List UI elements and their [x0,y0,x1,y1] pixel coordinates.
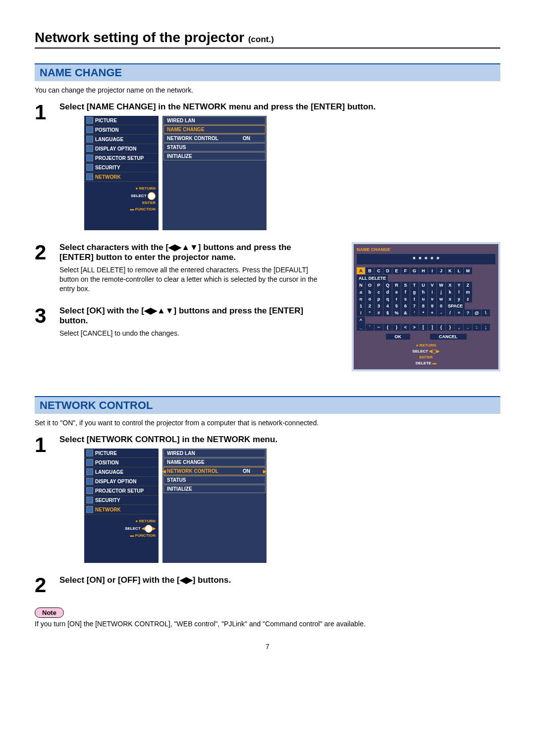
sidebar-item: SECURITY [84,163,159,172]
title-cont: (cont.) [248,35,274,44]
kb-key-selected: A [357,267,365,274]
kb-space: SPACE [446,302,465,309]
sidebar-item: PROJECTOR SETUP [84,486,159,496]
title-main: Network setting of the projector [35,30,244,45]
menu-icon [86,450,93,456]
panel-item-selected: NAME CHANGE [163,125,266,134]
kb-row: abcdefghijklm [357,289,495,296]
menu-icon [86,126,93,133]
menu-icon [86,154,93,161]
sidebar-item: POSITION [84,458,159,467]
page: Network setting of the projector (cont.)… [0,0,535,670]
menu-icon [86,497,93,504]
panel-item-selected: ◀NETWORK CONTROLON▶ [163,467,266,475]
sidebar-item: PROJECTOR SETUP [84,153,159,163]
kb-row: NOPQRSTUVWXYZ [357,282,495,289]
panel-item: STATUS [163,143,266,151]
dpad-icon [148,192,156,200]
sidebar-hints: ● RETURN SELECT ◀▶ ▬ FUNCTION [84,514,159,543]
step-title: Select [ON] or [OFF] with the [◀▶] butto… [59,575,500,585]
sidebar-item: LANGUAGE [84,467,159,477]
panel-item: NETWORK CONTROLON [163,134,266,143]
section-header-network-control: NETWORK CONTROL [35,396,500,414]
step-number: 2 [35,242,59,263]
step-subtext: Select [ALL DELETE] to remove all the en… [59,265,327,294]
menu-icon [86,506,93,513]
note-block: Note If you turn [ON] the [NETWORK CONTR… [35,607,500,628]
step-title: Select [OK] with the [◀▶▲▼] buttons and … [59,305,327,326]
step-number: 3 [35,305,59,326]
menu-icon [86,145,93,152]
menu-right-panel: WIRED LAN NAME CHANGE NETWORK CONTROLON … [162,116,267,230]
panel-item: WIRED LAN [163,116,266,125]
panel-item: INITIALIZE [163,152,266,160]
on-value: ON [243,468,250,474]
sidebar-item: SECURITY [84,496,159,505]
panel-item: STATUS [163,476,266,484]
sidebar-item: PICTURE [84,116,159,125]
panel-item: WIRED LAN [163,449,266,457]
menu-sidebar: PICTURE POSITION LANGUAGE DISPLAY OPTION… [84,449,159,563]
step-number: 2 [35,575,59,596]
kb-row: !"#$%&'*+-/=?@\^ [357,309,495,324]
kb-ok: OK [386,334,411,340]
page-title: Network setting of the projector (cont.) [35,30,500,49]
kb-row: 1234567890 SPACE [357,302,495,309]
sidebar-hints: ● RETURN SELECT ENTER ▬ FUNCTION [84,182,159,216]
step-title: Select characters with the [◀▶▲▼] button… [59,242,327,262]
sidebar-item-selected: NETWORK [84,172,159,182]
step-title: Select [NAME CHANGE] in the NETWORK menu… [59,102,500,112]
step-number: 1 [35,435,59,455]
on-value: ON [243,136,250,141]
left-arrow-icon: ◀ [162,469,166,474]
step-3: 3 Select [OK] with the [◀▶▲▼] buttons an… [35,305,327,338]
menu-icon [86,478,93,485]
sidebar-item: POSITION [84,125,159,135]
section-intro: You can change the projector name on the… [35,86,500,94]
menu-icon [86,117,93,124]
menu-icon [86,173,93,180]
sidebar-item-selected: NETWORK [84,505,159,514]
keyboard-title: NAME CHANGE [357,247,495,252]
step-1: 1 Select [NAME CHANGE] in the NETWORK me… [35,102,500,230]
menu-icon [86,164,93,171]
step-2-row: 2 Select characters with the [◀▶▲▼] butt… [35,242,500,371]
note-text: If you turn [ON] the [NETWORK CONTROL], … [35,620,500,628]
sidebar-item: DISPLAY OPTION [84,477,159,486]
menu-icon [86,459,93,466]
kb-ok-row: OK CANCEL [357,334,495,340]
dpad-icon [145,525,153,533]
panel-item: NAME CHANGE [163,458,266,466]
section-header-name-change: NAME CHANGE [35,63,500,81]
keyboard-screenshot: NAME CHANGE ＊＊＊＊＊ ABCDEFGHIJKLM ALL DELE… [352,242,500,371]
step-2: 2 Select characters with the [◀▶▲▼] butt… [35,242,327,294]
menu-icon [86,468,93,475]
step-number: 1 [35,102,59,123]
menu-screenshot-1: PICTURE POSITION LANGUAGE DISPLAY OPTION… [84,116,500,230]
sidebar-item: LANGUAGE [84,135,159,144]
keyboard-body: ABCDEFGHIJKLM ALL DELETE NOPQRSTUVWXYZ a… [357,267,495,366]
kb-hints: ● RETURN SELECT ◀◯▶ ENTER DELETE ▬ [357,343,495,366]
section-intro: Set it to "ON", if you want to control t… [35,419,500,427]
step-title: Select [NETWORK CONTROL] in the NETWORK … [59,435,500,445]
step-subtext: Select [CANCEL] to undo the changes. [59,329,327,338]
kb-row: nopqrstuvwxyz [357,296,495,302]
note-badge: Note [35,607,64,618]
menu-icon [86,487,93,494]
page-number: 7 [35,643,500,651]
right-arrow-icon: ▶ [263,469,267,474]
kb-row: ABCDEFGHIJKLM ALL DELETE [357,267,495,282]
keyboard-entry: ＊＊＊＊＊ [357,254,495,264]
kb-cancel: CANCEL [430,334,467,340]
menu-screenshot-2: PICTURE POSITION LANGUAGE DISPLAY OPTION… [84,449,500,563]
menu-icon [86,136,93,143]
kb-all-delete: ALL DELETE [357,275,388,282]
sidebar-item: DISPLAY OPTION [84,144,159,153]
kb-row: _`~()<>[]{},.:; [357,324,495,331]
menu-right-panel: WIRED LAN NAME CHANGE ◀NETWORK CONTROLON… [162,449,267,563]
panel-item: INITIALIZE [163,485,266,493]
step-1b: 1 Select [NETWORK CONTROL] in the NETWOR… [35,435,500,563]
step-2b: 2 Select [ON] or [OFF] with the [◀▶] but… [35,575,500,596]
sidebar-item: PICTURE [84,449,159,458]
menu-sidebar: PICTURE POSITION LANGUAGE DISPLAY OPTION… [84,116,159,230]
